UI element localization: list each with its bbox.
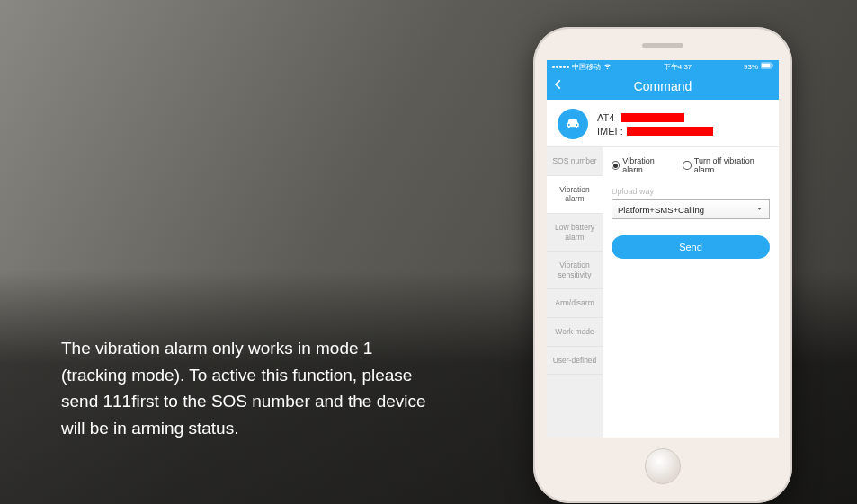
page-title: Command bbox=[634, 79, 692, 93]
clock: 下午4:37 bbox=[664, 62, 692, 72]
radio-icon bbox=[612, 161, 620, 170]
sidebar-item-vibration-sensitivity[interactable]: Vibration sensitivity bbox=[547, 252, 603, 289]
battery-label: 93% bbox=[744, 63, 758, 71]
car-icon bbox=[558, 109, 588, 139]
radio-vibration-alarm[interactable]: Vibration alarm bbox=[612, 156, 672, 174]
title-bar: Command bbox=[547, 73, 779, 100]
phone-speaker bbox=[642, 43, 683, 48]
upload-way-label: Upload way bbox=[612, 187, 770, 196]
sidebar-item-arm-disarm[interactable]: Arm/disarm bbox=[547, 289, 603, 318]
phone-screen: 中国移动 下午4:37 93% Command bbox=[547, 60, 779, 438]
radio-icon bbox=[683, 161, 691, 170]
svg-rect-2 bbox=[772, 64, 772, 66]
radio-label: Turn off vibration alarm bbox=[694, 156, 770, 174]
send-button[interactable]: Send bbox=[612, 235, 770, 259]
wifi-icon bbox=[603, 62, 612, 72]
carrier-label: 中国移动 bbox=[572, 62, 601, 72]
settings-panel: Vibration alarm Turn off vibration alarm… bbox=[603, 147, 779, 438]
radio-label: Vibration alarm bbox=[622, 156, 672, 174]
sidebar-item-user-defined[interactable]: User-defined bbox=[547, 347, 603, 376]
device-name-prefix: AT4- bbox=[597, 112, 618, 123]
radio-turn-off-vibration[interactable]: Turn off vibration alarm bbox=[683, 156, 770, 174]
vibration-radio-group: Vibration alarm Turn off vibration alarm bbox=[612, 156, 770, 174]
send-label: Send bbox=[679, 242, 702, 252]
instruction-caption: The vibration alarm only works in mode 1… bbox=[61, 335, 439, 441]
sidebar-item-sos-number[interactable]: SOS number bbox=[547, 147, 603, 176]
home-button[interactable] bbox=[645, 448, 681, 484]
back-button[interactable] bbox=[552, 78, 565, 91]
device-header: AT4- IMEI : bbox=[547, 100, 779, 147]
svg-rect-1 bbox=[762, 64, 771, 68]
phone-frame: 中国移动 下午4:37 93% Command bbox=[533, 27, 792, 503]
sidebar-item-low-battery-alarm[interactable]: Low battery alarm bbox=[547, 214, 603, 252]
settings-sidebar: SOS number Vibration alarm Low battery a… bbox=[547, 147, 603, 438]
imei-redacted bbox=[627, 127, 713, 136]
signal-icon bbox=[552, 66, 569, 68]
imei-label: IMEI : bbox=[597, 126, 623, 137]
device-name-redacted bbox=[621, 113, 684, 122]
select-value: Platform+SMS+Calling bbox=[618, 205, 704, 215]
status-bar: 中国移动 下午4:37 93% bbox=[547, 60, 779, 73]
sidebar-item-vibration-alarm[interactable]: Vibration alarm bbox=[547, 176, 603, 214]
battery-icon bbox=[761, 62, 773, 71]
upload-way-select[interactable]: Platform+SMS+Calling bbox=[612, 199, 770, 219]
sidebar-item-work-mode[interactable]: Work mode bbox=[547, 318, 603, 347]
chevron-down-icon bbox=[755, 205, 763, 215]
